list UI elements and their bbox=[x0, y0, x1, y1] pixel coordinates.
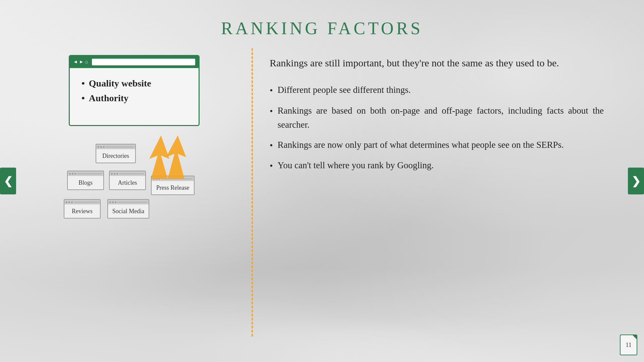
browser-list: Quality website Authority bbox=[82, 78, 190, 104]
page-number-box: 11 bbox=[620, 335, 637, 355]
bullet-dot-3: • bbox=[270, 139, 273, 153]
home-icon: ⌂ bbox=[85, 59, 88, 65]
press-release-label: Press Release bbox=[152, 181, 194, 194]
prev-arrow-icon: ❮ bbox=[4, 175, 13, 187]
reviews-label: Reviews bbox=[64, 204, 100, 218]
next-slide-button[interactable]: ❯ bbox=[628, 168, 644, 194]
vertical-divider bbox=[252, 48, 253, 357]
social-media-label: Social Media bbox=[108, 204, 149, 218]
bullet-list: • Different people see different things.… bbox=[270, 83, 604, 173]
blogs-box: Blogs bbox=[67, 171, 104, 190]
browser-list-item-2: Authority bbox=[82, 93, 190, 104]
bullet-item-2: • Rankings are based on both on-page and… bbox=[270, 104, 604, 132]
browser-list-item-1: Quality website bbox=[82, 78, 190, 89]
directories-box: Directories bbox=[96, 144, 136, 163]
directories-label: Directories bbox=[96, 149, 135, 163]
browser-mockup: ◄ ► ⌂ Quality website Authority bbox=[69, 55, 200, 126]
intro-paragraph: Rankings are still important, but they'r… bbox=[270, 55, 604, 71]
mini-toolbar bbox=[110, 171, 145, 176]
forward-icon: ► bbox=[79, 59, 84, 65]
page-number-area: 11 bbox=[620, 335, 637, 355]
bullet-dot-1: • bbox=[270, 84, 273, 98]
orange-arrows bbox=[141, 135, 191, 180]
bullet-text-3: Rankings are now only part of what deter… bbox=[277, 138, 564, 153]
browser-nav-icons: ◄ ► ⌂ bbox=[73, 59, 88, 65]
articles-label: Articles bbox=[110, 176, 145, 189]
reviews-box: Reviews bbox=[64, 199, 101, 219]
svg-marker-0 bbox=[149, 135, 169, 179]
right-panel: Rankings are still important, but they'r… bbox=[256, 48, 624, 357]
main-layout: ◄ ► ⌂ Quality website Authority bbox=[20, 48, 624, 357]
bullet-item-4: • You can't tell where you rank by Googl… bbox=[270, 159, 604, 173]
prev-slide-button[interactable]: ❮ bbox=[0, 168, 16, 194]
next-arrow-icon: ❯ bbox=[632, 175, 641, 187]
browser-toolbar: ◄ ► ⌂ bbox=[70, 56, 199, 68]
back-icon: ◄ bbox=[73, 59, 78, 65]
page-number: 11 bbox=[626, 342, 631, 349]
browser-body: Quality website Authority bbox=[70, 68, 199, 125]
articles-box: Articles bbox=[109, 171, 146, 190]
bullet-item-3: • Rankings are now only part of what det… bbox=[270, 138, 604, 153]
social-media-box: Social Media bbox=[107, 199, 149, 219]
blogs-label: Blogs bbox=[68, 176, 103, 189]
mini-toolbar bbox=[108, 200, 149, 204]
slide-content: RANKING FACTORS ◄ ► ⌂ Quality bbox=[0, 0, 644, 362]
bullet-text-4: You can't tell where you rank by Googlin… bbox=[277, 159, 434, 173]
bullet-dot-4: • bbox=[270, 159, 273, 173]
left-panel: ◄ ► ⌂ Quality website Authority bbox=[20, 48, 248, 357]
bullet-item-1: • Different people see different things. bbox=[270, 83, 604, 98]
mini-toolbar bbox=[64, 200, 100, 204]
svg-marker-1 bbox=[166, 135, 186, 179]
mini-toolbar bbox=[68, 171, 103, 176]
mini-toolbar bbox=[96, 144, 135, 149]
bullet-text-2: Rankings are based on both on-page and o… bbox=[277, 104, 604, 132]
browser-address-bar bbox=[92, 59, 195, 65]
slide-title: RANKING FACTORS bbox=[20, 18, 624, 38]
arrows-svg bbox=[141, 135, 191, 179]
slide-title-area: RANKING FACTORS bbox=[20, 0, 624, 48]
bullet-dot-2: • bbox=[270, 105, 273, 132]
bullet-text-1: Different people see different things. bbox=[277, 83, 411, 98]
